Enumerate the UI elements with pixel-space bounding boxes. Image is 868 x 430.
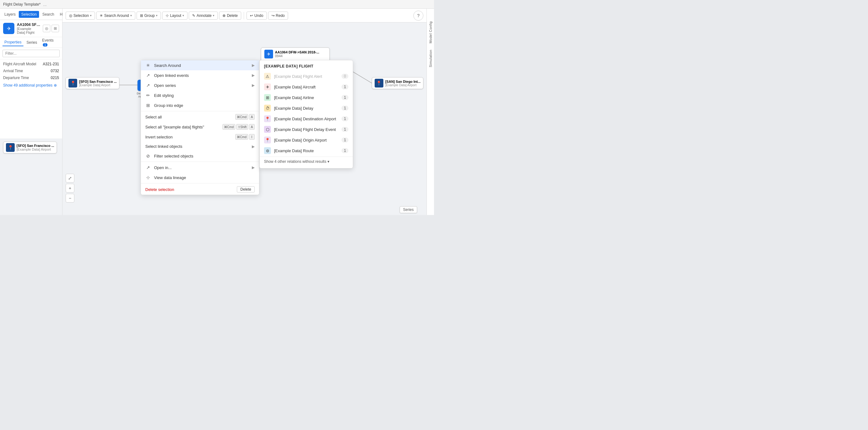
redo-icon: ↪ [272,13,275,18]
sub-flight-alert-label: [Example Data] Flight Alert [274,74,338,79]
cm-select-type-label: Select all "[example data] flights" [145,125,219,129]
sfo-canvas-label: [SFO] San Francisco ... [79,80,117,84]
san-canvas-node[interactable]: 📍 [SAN] San Diego Int... [Example Data] … [372,77,423,89]
cm-data-lineage[interactable]: ⊹ View data lineage [141,173,259,183]
window-title: Flight Delay Template* [3,2,41,6]
submenu-header: [EXAMPLE DATA] FLIGHT [260,63,353,71]
redo-button[interactable]: ↪ Redo [268,11,288,20]
cm-open-linked[interactable]: ↗ Open linked events ▶ [141,70,259,80]
undo-button[interactable]: ↩ Undo [247,11,267,20]
prop-arrival-time: Arrival Time 0732 [0,67,62,74]
title-bar: Flight Delay Template* ... [0,0,434,9]
cm-select-all[interactable]: Select all ⌘Cmd A [141,112,259,122]
annotate-icon: ✎ [192,13,195,18]
layout-button[interactable]: ⊹ Layout ▾ [162,11,187,20]
selection-chevron: ▾ [90,14,92,17]
filter-input[interactable] [2,50,60,57]
annotate-chevron: ▾ [213,14,214,17]
delete-label: Delete [227,13,238,18]
a-kbd2: A [249,124,255,130]
prop-tab-events[interactable]: Events 1 [40,37,60,48]
undo-icon: ↩ [250,13,253,18]
main-area: ◎ Selection ▾ ✳ Search Around ▾ ⊞ Group … [62,9,427,215]
cm-group-edge-icon: ⊞ [145,102,151,108]
tab-search[interactable]: Search [40,11,57,18]
cm-open-series[interactable]: ↗ Open series ▶ [141,80,259,90]
search-around-button[interactable]: ✳ Search Around ▾ [96,11,135,20]
cm-divider-3 [141,183,259,183]
sfo-airport-node[interactable]: 📍 [SFO] San Francisco ... [Example Data]… [3,142,57,153]
sub-show-more-label: Show 4 other relations without results [264,159,326,164]
sub-origin-icon: 📍 [264,136,271,144]
fit-button[interactable]: ⤢ [66,174,74,183]
export-button[interactable]: ⊞ [52,25,59,32]
zoom-in-button[interactable]: + [66,184,74,192]
canvas-area[interactable]: 📍 [SFO] San Francisco ... [Example Data]… [62,23,427,215]
model-config-label[interactable]: Model Config [429,21,432,43]
zoom-out-button[interactable]: − [66,194,74,203]
left-panel: Layers Selection Search Histogram Info «… [0,9,62,215]
sub-flight-alert-icon: ⚠ [264,73,271,80]
cm-select-linked[interactable]: Select linked objects ▶ [141,142,259,151]
sfo-sublabel: [Example Data] Airport [17,148,54,151]
sub-delay-icon: ⏱ [264,105,271,112]
sub-airline[interactable]: ⊞ [Example Data] Airline 1 [260,92,353,103]
sub-aircraft-icon: ✈ [264,84,271,90]
prop-tab-properties[interactable]: Properties [2,39,24,46]
cm-open-in[interactable]: ↗ Open in... ▶ [141,162,259,173]
cm-edit-styling[interactable]: ✏ Edit styling [141,90,259,100]
cm-group-edge-label: Group into edge [154,103,255,108]
simulation-label[interactable]: Simulation [429,50,432,67]
shift-kbd: ⇧Shift [236,124,248,130]
sub-delay[interactable]: ⏱ [Example Data] Delay 1 [260,103,353,114]
target-button[interactable]: ◎ [43,25,50,32]
sub-flight-alert[interactable]: ⚠ [Example Data] Flight Alert 0 [260,71,353,82]
sub-route[interactable]: ⊜ [Example Data] Route 1 [260,145,353,156]
group-icon: ⊞ [140,13,143,18]
tab-layers[interactable]: Layers [2,11,18,18]
title-bar-menu[interactable]: ... [43,2,47,7]
series-badge[interactable]: Series [400,206,417,213]
sub-show-more[interactable]: Show 4 other relations without results ▾ [260,157,353,165]
show-more-properties[interactable]: Show 49 additional properties ⊕ [0,81,62,89]
canvas-controls: ⤢ + − [66,174,74,203]
events-badge: 1 [43,43,48,47]
sub-origin-airport[interactable]: 📍 [Example Data] Origin Airport 1 [260,135,353,145]
help-button[interactable]: ? [413,11,423,21]
group-button[interactable]: ⊞ Group ▾ [136,11,161,20]
cm-delete-selection[interactable]: Delete selection Delete [141,184,259,195]
redo-label: Redo [276,13,285,18]
sub-origin-count: 1 [342,137,348,143]
sfo-icon: 📍 [6,143,15,152]
fc1-icon: ✈ [264,50,273,58]
layout-label: Layout [170,13,181,18]
sfo-canvas-node[interactable]: 📍 [SFO] San Francisco ... [Example Data]… [66,77,119,89]
cm-select-type[interactable]: Select all "[example data] flights" ⌘Cmd… [141,122,259,132]
sub-airline-icon: ⊞ [264,94,271,101]
delete-btn[interactable]: Delete [237,186,255,192]
right-sidebar: Model Config Simulation [427,9,434,215]
delete-button[interactable]: ⊗ Delete [219,11,241,20]
search-around-chevron: ▾ [130,14,132,17]
show-more-icon: ⊕ [54,83,57,88]
cmd-kbd2: ⌘Cmd [222,124,235,130]
undo-label: Undo [254,13,264,18]
sub-flight-delay-event[interactable]: ⬡ [Example Data] Flight Delay Event 1 [260,124,353,135]
selection-icon: ◎ [69,13,72,18]
tab-selection[interactable]: Selection [19,11,39,18]
sub-aircraft-count: 1 [342,84,348,89]
sub-delay-count: 1 [342,105,348,111]
help-icon: ? [417,13,420,18]
cm-group-edge[interactable]: ⊞ Group into edge [141,100,259,110]
cm-divider-1 [141,111,259,111]
cm-open-linked-label: Open linked events [154,73,249,78]
cm-filter-selected[interactable]: ⊘ Filter selected objects [141,151,259,161]
sub-aircraft[interactable]: ✈ [Example Data] Aircraft 1 [260,82,353,92]
annotate-button[interactable]: ✎ Annotate ▾ [189,11,218,20]
selection-button[interactable]: ◎ Selection ▾ [66,11,95,20]
prop-tab-series[interactable]: Series [25,39,39,46]
cm-search-around[interactable]: ✳ Search Around ▶ [141,60,259,70]
sub-dest-airport[interactable]: 📍 [Example Data] Destination Airport 1 [260,114,353,124]
sub-fde-icon: ⬡ [264,126,271,133]
cm-invert-selection[interactable]: Invert selection ⌘Cmd I [141,132,259,142]
